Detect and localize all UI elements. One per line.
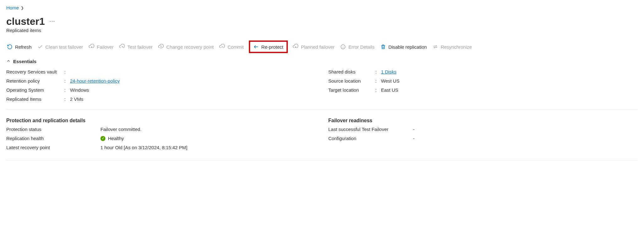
resynchronize-button: Resynchronize — [432, 43, 472, 51]
retention-row: Retention policy : 24-hour-retention-pol… — [6, 78, 316, 84]
rsv-label: Recovery Services vault — [6, 69, 64, 74]
planned-failover-label: Planned failover — [301, 44, 335, 50]
info-icon — [340, 44, 346, 50]
readiness-heading: Failover readiness — [328, 118, 638, 123]
clean-label: Clean test failover — [46, 44, 83, 50]
os-label: Operating System — [6, 87, 64, 93]
arrow-left-icon — [253, 44, 259, 50]
breadcrumb-home[interactable]: Home — [6, 5, 19, 10]
failover-button: Failover — [88, 43, 114, 51]
test-failover-label: Test failover — [127, 44, 153, 50]
breadcrumb: Home ❯ — [6, 5, 638, 10]
source-location-label: Source location — [328, 78, 375, 84]
page-title: cluster1 — [6, 16, 45, 27]
retention-link[interactable]: 24-hour-retention-policy — [70, 78, 120, 84]
shared-disks-link[interactable]: 1 Disks — [381, 69, 396, 74]
chevron-right-icon: ❯ — [21, 6, 24, 10]
more-menu-button[interactable]: ⋯ — [49, 18, 56, 24]
cloud-test-icon — [119, 44, 125, 50]
essentials-left-column: Recovery Services vault : Retention poli… — [6, 69, 316, 106]
error-details-button: Error Details — [340, 43, 375, 51]
reprotect-button[interactable]: Re-protect — [253, 43, 284, 51]
recovery-point-row: Latest recovery point 1 hour Old [As on … — [6, 145, 316, 150]
change-recovery-point-button: Change recovery point — [158, 43, 214, 51]
last-test-value: - — [413, 127, 415, 132]
protection-heading: Protection and replication details — [6, 118, 316, 123]
trash-icon — [380, 44, 386, 50]
last-test-label: Last successful Test Failover — [328, 127, 413, 132]
cloud-failover-icon — [89, 44, 94, 50]
replicated-label: Replicated Items — [6, 96, 64, 102]
retention-label: Retention policy — [6, 78, 64, 84]
page-subtitle: Replicated items — [6, 28, 638, 33]
os-row: Operating System : Windows — [6, 87, 316, 93]
rsv-row: Recovery Services vault : — [6, 69, 316, 74]
target-location-row: Target location : East US — [328, 87, 638, 93]
replication-health-value: Healthy — [108, 136, 124, 141]
refresh-label: Refresh — [15, 44, 32, 50]
replication-health-label: Replication health — [6, 136, 100, 141]
source-location-value: West US — [381, 78, 400, 84]
error-details-label: Error Details — [348, 44, 374, 50]
swap-icon — [432, 44, 438, 50]
target-location-value: East US — [381, 87, 398, 93]
protection-status-value: Failover committed. — [100, 127, 142, 132]
chevron-up-icon — [6, 59, 11, 64]
recovery-point-label: Latest recovery point — [6, 145, 100, 150]
planned-failover-button: Planned failover — [292, 43, 335, 51]
config-label: Configuration — [328, 136, 413, 141]
replicated-value: 2 VMs — [70, 96, 83, 102]
config-value: - — [413, 136, 415, 141]
details-section: Protection and replication details Prote… — [6, 118, 638, 161]
replicated-row: Replicated Items : 2 VMs — [6, 96, 316, 102]
essentials-panel: Recovery Services vault : Retention poli… — [6, 69, 638, 110]
shared-disks-label: Shared disks — [328, 69, 375, 74]
commit-label: Commit — [228, 44, 244, 50]
cloud-planned-icon — [293, 44, 298, 50]
refresh-button[interactable]: Refresh — [6, 43, 32, 51]
reprotect-label: Re-protect — [261, 44, 283, 50]
reprotect-highlight: Re-protect — [249, 41, 288, 53]
refresh-icon — [7, 44, 13, 50]
last-test-row: Last successful Test Failover - — [328, 127, 638, 132]
health-ok-icon: ✓ — [100, 136, 105, 141]
clean-test-failover-button: Clean test failover — [37, 43, 84, 51]
resynchronize-label: Resynchronize — [441, 44, 472, 50]
source-location-row: Source location : West US — [328, 78, 638, 84]
test-failover-button: Test failover — [119, 43, 153, 51]
command-toolbar: Refresh Clean test failover Failover Tes… — [6, 41, 638, 53]
readiness-column: Failover readiness Last successful Test … — [328, 118, 638, 154]
failover-label: Failover — [97, 44, 114, 50]
protection-status-label: Protection status — [6, 127, 100, 132]
disable-replication-label: Disable replication — [389, 44, 427, 50]
protection-column: Protection and replication details Prote… — [6, 118, 316, 154]
essentials-toggle[interactable]: Essentials — [6, 59, 638, 64]
cloud-commit-icon — [219, 44, 225, 50]
replication-health-row: Replication health ✓ Healthy — [6, 136, 316, 141]
recovery-point-value: 1 hour Old [As on 3/12/2024, 8:15:42 PM] — [100, 145, 187, 150]
change-rp-label: Change recovery point — [166, 44, 214, 50]
shared-disks-row: Shared disks : 1 Disks — [328, 69, 638, 74]
disable-replication-button[interactable]: Disable replication — [380, 43, 428, 51]
essentials-right-column: Shared disks : 1 Disks Source location :… — [328, 69, 638, 106]
essentials-label: Essentials — [13, 59, 36, 64]
cloud-change-icon — [158, 44, 164, 50]
title-row: cluster1 ⋯ — [6, 16, 638, 27]
commit-button: Commit — [219, 43, 244, 51]
os-value: Windows — [70, 87, 89, 93]
target-location-label: Target location — [328, 87, 375, 93]
config-row: Configuration - — [328, 136, 638, 141]
protection-status-row: Protection status Failover committed. — [6, 127, 316, 132]
checkmark-icon — [37, 44, 43, 50]
